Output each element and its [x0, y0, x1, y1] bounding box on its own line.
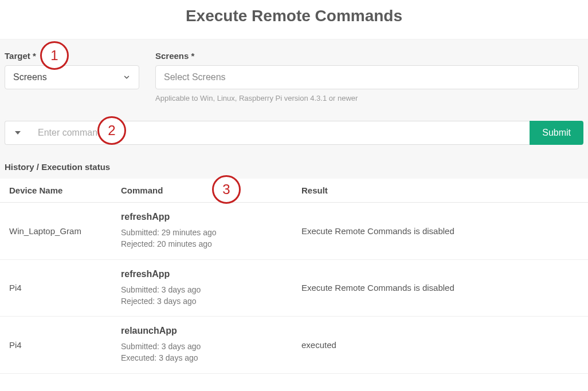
svg-marker-0	[15, 131, 21, 135]
target-screens-row: Target * Screens Screens * Select Screen…	[5, 51, 583, 102]
form-area: Target * Screens Screens * Select Screen…	[0, 39, 588, 152]
cell-command: refreshApp Submitted: 3 days ago Rejecte…	[112, 259, 292, 317]
command-meta-submitted: Submitted: 3 days ago	[121, 341, 283, 352]
table-row: Pi4 relaunchApp Submitted: 3 days ago Ex…	[0, 317, 588, 374]
target-field-group: Target * Screens	[5, 51, 139, 89]
history-header-row: Device Name Command Result	[0, 179, 588, 203]
caret-down-icon	[15, 128, 21, 138]
cell-command: relaunchApp Submitted: 3 days ago Execut…	[112, 317, 292, 374]
page-title: Execute Remote Commands	[0, 0, 588, 39]
col-header-command: Command	[112, 179, 292, 203]
command-meta-status: Rejected: 20 minutes ago	[121, 238, 283, 250]
table-row: Win_Laptop_Gram refreshApp Submitted: 29…	[0, 203, 588, 260]
page-root: Execute Remote Commands Target * Screens…	[0, 0, 588, 374]
command-name: refreshApp	[121, 212, 283, 222]
history-table: Device Name Command Result Win_Laptop_Gr…	[0, 179, 588, 374]
command-meta-status: Executed: 3 days ago	[121, 352, 283, 364]
cell-result: Execute Remote Commands is disabled	[292, 203, 588, 260]
col-header-result: Result	[292, 179, 588, 203]
cell-result: executed	[292, 317, 588, 374]
cell-device: Win_Laptop_Gram	[0, 203, 112, 260]
command-meta-submitted: Submitted: 3 days ago	[121, 284, 283, 295]
command-name: refreshApp	[121, 269, 283, 279]
command-name: relaunchApp	[121, 326, 283, 336]
screens-label: Screens *	[155, 51, 579, 61]
target-select[interactable]: Screens	[5, 65, 139, 89]
chevron-down-icon	[123, 73, 131, 81]
cell-device: Pi4	[0, 317, 112, 374]
command-meta-status: Rejected: 3 days ago	[121, 295, 283, 307]
command-history-dropdown-button[interactable]	[5, 121, 30, 145]
cell-command: refreshApp Submitted: 29 minutes ago Rej…	[112, 203, 292, 260]
target-selected-value: Screens	[13, 72, 47, 82]
screens-field-group: Screens * Select Screens Applicable to W…	[155, 51, 583, 102]
screens-placeholder: Select Screens	[164, 72, 226, 82]
command-row: Submit	[5, 121, 583, 145]
history-section-title: History / Execution status	[0, 152, 588, 179]
screens-help-text: Applicable to Win, Linux, Raspberry Pi v…	[155, 94, 579, 102]
command-meta-submitted: Submitted: 29 minutes ago	[121, 227, 283, 238]
target-label: Target *	[5, 51, 139, 61]
cell-device: Pi4	[0, 259, 112, 317]
col-header-device: Device Name	[0, 179, 112, 203]
submit-button[interactable]: Submit	[530, 121, 583, 145]
table-row: Pi4 refreshApp Submitted: 3 days ago Rej…	[0, 259, 588, 317]
cell-result: Execute Remote Commands is disabled	[292, 259, 588, 317]
command-input[interactable]	[30, 121, 530, 145]
screens-select[interactable]: Select Screens	[155, 65, 579, 89]
